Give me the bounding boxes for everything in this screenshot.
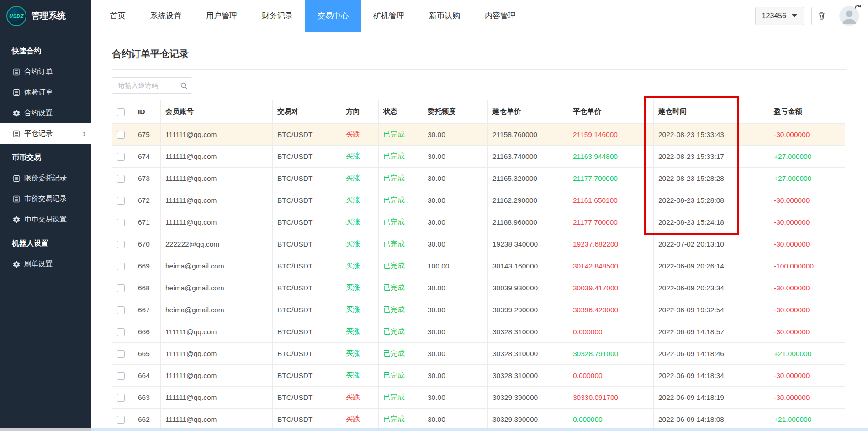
cell-direction: 买涨 [341,365,379,387]
row-checkbox[interactable] [117,197,125,205]
top-nav-item[interactable]: 用户管理 [194,0,249,32]
scrollbar-track [0,428,91,431]
cell-account: 222222@qq.com [161,233,273,255]
cell-status: 已完成 [379,343,423,365]
search-input[interactable] [117,81,180,89]
cell-amount: 30.00 [423,277,488,299]
cell-direction: 买涨 [341,277,379,299]
row-checkbox[interactable] [117,394,125,402]
cell-pair: BTC/USDT [273,321,341,343]
column-header: 盈亏金额 [769,100,845,124]
cell-amount: 30.00 [423,146,488,168]
top-nav-item[interactable]: 系统设置 [138,0,194,32]
row-checkbox[interactable] [117,263,125,270]
cell-open-price: 21165.320000 [488,168,568,189]
table-row: 673111111@qq.comBTC/USDT买涨已完成30.0021165.… [112,168,845,189]
row-checkbox[interactable] [117,284,125,292]
gear-icon [13,261,20,268]
cell-open-price: 30328.310000 [488,343,568,365]
row-checkbox[interactable] [117,219,125,226]
top-nav-item[interactable]: 矿机管理 [361,0,417,32]
page-title: 合约订单平仓记录 [112,47,847,70]
row-select-cell [112,365,133,387]
row-checkbox[interactable] [117,153,125,161]
trash-button[interactable] [811,7,831,25]
sidebar-item[interactable]: 限价委托记录 [0,168,91,189]
column-header: 状态 [379,100,423,124]
cell-id: 663 [133,387,161,409]
top-nav-item[interactable]: 财务记录 [249,0,305,32]
table-row: 662111111@qq.comBTC/USDT买跌已完成30.0030329.… [112,409,845,431]
row-checkbox[interactable] [117,372,125,380]
cell-open-time: 2022-06-09 14:18:46 [654,343,769,365]
cell-direction: 买涨 [341,233,379,255]
cell-account: 111111@qq.com [161,365,273,387]
cell-open-time: 2022-06-09 14:18:57 [654,321,769,343]
table-row: 675111111@qq.comBTC/USDT买跌已完成30.0021158.… [112,124,845,146]
sidebar-item[interactable]: 体验订单 [0,82,91,103]
row-select-cell [112,233,133,255]
cell-open-price: 30329.390000 [488,387,568,409]
row-checkbox[interactable] [117,328,125,336]
cell-account: 111111@qq.com [161,168,273,189]
row-select-cell [112,299,133,321]
column-header: 建仓时间 [654,100,769,124]
top-header: USDZ 管理系统 首页系统设置用户管理财务记录交易中心矿机管理新币认购内容管理… [0,0,868,32]
user-dropdown-label: 123456 [762,12,786,20]
cell-open-time: 2022-07-02 20:13:10 [654,233,769,255]
row-select-cell [112,124,133,146]
row-checkbox[interactable] [117,131,125,139]
sidebar-item[interactable]: 币币交易设置 [0,209,91,230]
logo-icon: USDZ [6,6,26,26]
logo-text: USDZ [9,13,24,19]
row-checkbox[interactable] [117,241,125,248]
user-dropdown[interactable]: 123456 [755,7,804,25]
logout-arrow-icon [854,4,862,11]
cell-status: 已完成 [379,146,423,168]
topbar-actions: 123456 [755,0,868,32]
gear-icon [13,216,20,223]
list-icon [13,130,20,137]
table-wrap: ID会员账号交易对方向状态委托额度建仓单价平仓单价建仓时间盈亏金额 675111… [112,100,847,431]
cell-id: 669 [133,255,161,277]
cell-status: 已完成 [379,189,423,211]
row-select-cell [112,277,133,299]
sidebar-item[interactable]: 市价交易记录 [0,189,91,209]
cell-direction: 买涨 [341,343,379,365]
sidebar-item[interactable]: 刷单设置 [0,254,91,274]
cell-account: 111111@qq.com [161,146,273,168]
column-header: 交易对 [273,100,341,124]
sidebar-section-title: 机器人设置 [0,230,91,254]
brand-title: 管理系统 [31,10,66,22]
cell-open-time: 2022-06-09 20:23:34 [654,277,769,299]
column-header: 建仓单价 [488,100,568,124]
cell-direction: 买涨 [341,321,379,343]
cell-open-time: 2022-06-09 14:18:08 [654,409,769,431]
top-nav-item[interactable]: 内容管理 [472,0,528,32]
top-nav-item[interactable]: 新币认购 [417,0,472,32]
cell-pair: BTC/USDT [273,233,341,255]
cell-direction: 买涨 [341,168,379,189]
table-row: 674111111@qq.comBTC/USDT买涨已完成30.0021163.… [112,146,845,168]
cell-profit: -30.000000 [769,211,845,233]
row-checkbox[interactable] [117,175,125,183]
cell-id: 665 [133,343,161,365]
cell-open-price: 30039.930000 [488,277,568,299]
logout-avatar-icon[interactable] [839,5,860,26]
row-checkbox[interactable] [117,306,125,314]
select-all-checkbox[interactable] [117,108,125,116]
sidebar-item[interactable]: 合约设置 [0,103,91,123]
top-nav-item[interactable]: 首页 [98,0,138,32]
sidebar-item[interactable]: 平仓记录› [0,123,91,144]
row-checkbox[interactable] [117,416,125,424]
list-icon [13,175,20,182]
cell-status: 已完成 [379,211,423,233]
table-row: 669heima@gmail.comBTC/USDT买涨已完成100.00301… [112,255,845,277]
top-nav-item[interactable]: 交易中心 [305,0,361,32]
sidebar-item-label: 合约设置 [24,108,53,118]
search-icon[interactable] [180,82,188,89]
sidebar-item[interactable]: 合约订单 [0,62,91,82]
cell-profit: -30.000000 [769,189,845,211]
row-checkbox[interactable] [117,350,125,358]
sidebar-item-label: 平仓记录 [24,129,53,138]
